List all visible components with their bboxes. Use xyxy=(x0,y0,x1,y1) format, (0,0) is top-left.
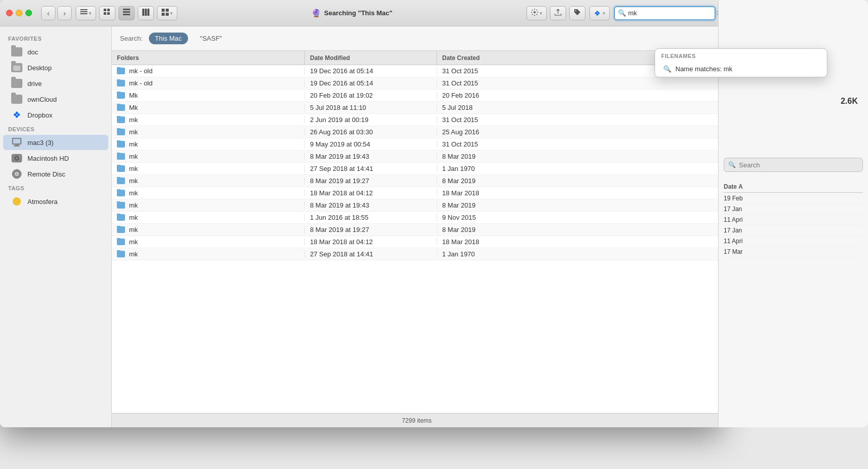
dropbox-button[interactable]: ❖ ▾ xyxy=(590,6,610,20)
maximize-button[interactable] xyxy=(25,10,32,16)
file-name-cell: mk xyxy=(112,238,305,246)
table-row[interactable]: mk 9 May 2019 at 00:54 31 Oct 2015 xyxy=(112,138,722,151)
gear-icon xyxy=(531,9,538,17)
autocomplete-section: Filenames xyxy=(655,49,827,61)
table-row[interactable]: mk 18 Mar 2018 at 04:12 18 Mar 2018 xyxy=(112,236,722,248)
file-name-cell: mk xyxy=(112,201,305,209)
table-row[interactable]: Mk 20 Feb 2016 at 19:02 20 Feb 2016 xyxy=(112,90,722,102)
col-header-date-modified[interactable]: Date Modified xyxy=(305,51,437,65)
file-name: mk xyxy=(129,250,138,258)
table-row[interactable]: mk 26 Aug 2016 at 03:30 25 Aug 2016 xyxy=(112,126,722,138)
folder-icon xyxy=(117,239,125,245)
view-icons-button[interactable] xyxy=(99,6,115,20)
drive-icon xyxy=(11,78,22,89)
autocomplete-dropdown: Filenames 🔍 Name matches: mk xyxy=(655,48,827,77)
file-date-created-cell: 31 Oct 2015 xyxy=(437,79,722,87)
view-gallery-button[interactable]: ▾ xyxy=(157,6,177,20)
sidebar-item-remote-disc[interactable]: Remote Disc xyxy=(3,166,108,182)
back-icon: ‹ xyxy=(47,9,50,17)
svg-rect-6 xyxy=(107,12,110,15)
file-name: mk xyxy=(129,226,138,233)
svg-rect-12 xyxy=(147,9,149,16)
file-date-mod-cell: 19 Dec 2016 at 05:14 xyxy=(305,79,437,87)
sidebar-label-macintosh-hd: Macintosh HD xyxy=(27,155,69,162)
svg-rect-20 xyxy=(13,139,20,143)
close-button[interactable] xyxy=(6,10,13,16)
file-name: mk - old xyxy=(129,79,152,87)
right-panel-row: 11 Apri xyxy=(724,215,863,225)
right-search-input[interactable] xyxy=(739,161,858,169)
autocomplete-item[interactable]: 🔍 Name matches: mk xyxy=(655,61,827,77)
table-row[interactable]: mk - old 19 Dec 2016 at 05:14 31 Oct 201… xyxy=(112,65,722,77)
table-row[interactable]: mk 8 Mar 2019 at 19:43 8 Mar 2019 xyxy=(112,199,722,212)
table-row[interactable]: mk 8 Mar 2019 at 19:27 8 Mar 2019 xyxy=(112,224,722,236)
file-date-mod-cell: 8 Mar 2019 at 19:43 xyxy=(305,153,437,160)
view-list-detail-button[interactable] xyxy=(118,6,135,20)
forward-button[interactable]: › xyxy=(57,6,72,20)
sidebar-item-mac3[interactable]: mac3 (3) xyxy=(3,135,108,150)
svg-rect-7 xyxy=(123,9,130,10)
file-name: mk xyxy=(129,238,138,246)
folder-icon xyxy=(117,80,125,86)
table-row[interactable]: mk - old 19 Dec 2016 at 05:14 31 Oct 201… xyxy=(112,77,722,90)
file-name-cell: Mk xyxy=(112,92,305,99)
right-search-box[interactable]: 🔍 xyxy=(724,158,863,172)
file-date-mod-cell: 27 Sep 2018 at 14:41 xyxy=(305,250,437,258)
view-columns-icon xyxy=(142,9,149,17)
svg-rect-2 xyxy=(80,13,87,14)
svg-point-29 xyxy=(16,173,18,175)
file-date-mod-cell: 9 May 2019 at 00:54 xyxy=(305,140,437,148)
svg-point-25 xyxy=(16,157,18,159)
view-list-button[interactable]: ▾ xyxy=(76,6,96,20)
search-box[interactable]: 🔍 ✕ xyxy=(614,6,716,20)
table-row[interactable]: mk 8 Mar 2019 at 19:27 8 Mar 2019 xyxy=(112,175,722,187)
nav-buttons: ‹ › xyxy=(41,6,72,20)
view-list-icon xyxy=(80,9,87,17)
file-date-created-cell: 8 Mar 2019 xyxy=(437,177,722,185)
table-row[interactable]: mk 27 Sep 2018 at 14:41 1 Jan 1970 xyxy=(112,248,722,260)
file-date-mod-cell: 20 Feb 2016 at 19:02 xyxy=(305,92,437,99)
table-row[interactable]: mk 27 Sep 2018 at 14:41 1 Jan 1970 xyxy=(112,163,722,175)
file-date-mod-cell: 8 Mar 2019 at 19:27 xyxy=(305,226,437,233)
table-row[interactable]: Mk 5 Jul 2018 at 11:10 5 Jul 2018 xyxy=(112,102,722,114)
file-date-created-cell: 31 Oct 2015 xyxy=(437,140,722,148)
search-scope-this-mac[interactable]: This Mac xyxy=(149,33,188,44)
search-scope-sasf[interactable]: "SASF" xyxy=(194,33,228,44)
sidebar-item-doc[interactable]: doc xyxy=(3,44,108,60)
table-row[interactable]: mk 18 Mar 2018 at 04:12 18 Mar 2018 xyxy=(112,187,722,199)
settings-button[interactable]: ▾ xyxy=(526,6,547,20)
computer-icon xyxy=(11,137,22,148)
file-name-cell: mk xyxy=(112,177,305,185)
minimize-button[interactable] xyxy=(16,10,22,16)
search-bar: Search: This Mac "SASF" xyxy=(112,26,722,51)
window-title: 🔮 Searching "This Mac" xyxy=(181,9,522,18)
table-row[interactable]: mk 2 Jun 2019 at 00:19 31 Oct 2015 xyxy=(112,114,722,126)
file-name-cell: mk xyxy=(112,128,305,136)
sidebar-item-owncloud[interactable]: ownCloud xyxy=(3,92,108,107)
table-row[interactable]: mk 8 Mar 2019 at 19:43 8 Mar 2019 xyxy=(112,151,722,163)
back-button[interactable]: ‹ xyxy=(41,6,55,20)
view-columns-button[interactable] xyxy=(138,6,154,20)
sidebar-item-desktop[interactable]: Desktop xyxy=(3,60,108,75)
share-button[interactable] xyxy=(550,6,566,20)
sidebar-item-atmosfera[interactable]: Atmosfera xyxy=(3,194,108,209)
sidebar: Favorites doc Desktop xyxy=(0,26,112,427)
file-name: mk xyxy=(129,140,138,148)
file-name-cell: mk - old xyxy=(112,67,305,75)
folder-icon xyxy=(11,46,22,57)
svg-rect-15 xyxy=(162,13,165,16)
tag-button[interactable] xyxy=(569,6,585,20)
right-panel-row: 11 Apri xyxy=(724,236,863,247)
sidebar-label-atmosfera: Atmosfera xyxy=(27,198,57,206)
sidebar-item-macintosh-hd[interactable]: Macintosh HD xyxy=(3,151,108,166)
right-panel-row: 19 Feb xyxy=(724,193,863,204)
sidebar-item-drive[interactable]: drive xyxy=(3,76,108,91)
right-rows: 19 Feb17 Jan11 Apri17 Jan11 Apri17 Mar xyxy=(724,193,863,257)
search-input[interactable] xyxy=(628,9,714,17)
file-date-mod-cell: 8 Mar 2019 at 19:27 xyxy=(305,177,437,185)
col-header-folders[interactable]: Folders xyxy=(112,51,305,65)
file-name-cell: mk xyxy=(112,226,305,233)
file-date-mod-cell: 18 Mar 2018 at 04:12 xyxy=(305,238,437,246)
sidebar-item-dropbox[interactable]: ❖ Dropbox xyxy=(3,107,108,123)
table-row[interactable]: mk 1 Jun 2016 at 18:55 9 Nov 2015 xyxy=(112,212,722,224)
